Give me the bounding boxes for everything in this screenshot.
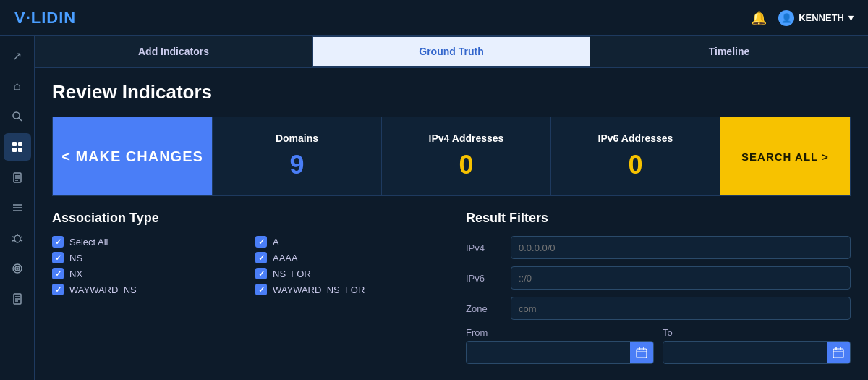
- sidebar-item-target[interactable]: [4, 255, 31, 282]
- domains-value: 9: [289, 150, 304, 180]
- from-date-input[interactable]: [467, 347, 630, 358]
- sidebar-item-home[interactable]: ⌂: [4, 72, 31, 100]
- checkbox-ns-for-label: NS_FOR: [273, 269, 311, 279]
- search-all-label: SEARCH ALL >: [741, 151, 829, 163]
- ipv4-filter-input[interactable]: [511, 236, 851, 259]
- checkbox-grid: Select All A NS AAAA: [52, 236, 437, 295]
- checkbox-ns[interactable]: NS: [52, 252, 234, 263]
- svg-rect-3: [18, 142, 22, 146]
- make-changes-button[interactable]: < MAKE CHANGES: [53, 117, 212, 195]
- sidebar-item-search[interactable]: [4, 103, 31, 130]
- sidebar-item-bug[interactable]: [4, 224, 31, 252]
- from-date-group: From: [466, 327, 654, 364]
- ipv6-card: IPv6 Addresses 0: [550, 117, 720, 195]
- user-name: KENNETH: [799, 12, 844, 23]
- content-area: Add Indicators Ground Truth Timeline Rev…: [35, 36, 868, 380]
- svg-rect-5: [18, 148, 22, 152]
- ipv4-card: IPv4 Addresses 0: [381, 117, 550, 195]
- svg-rect-26: [637, 349, 647, 358]
- checkbox-aaaa[interactable]: AAAA: [255, 252, 437, 263]
- tab-add-indicators[interactable]: Add Indicators: [35, 36, 312, 67]
- bottom-section: Association Type Select All A NS: [52, 211, 851, 364]
- checkbox-wayward-ns-box[interactable]: [52, 284, 64, 295]
- chevron-down-icon: ▾: [848, 12, 854, 23]
- calendar-icon: [636, 347, 647, 358]
- page-title: Review Indicators: [52, 81, 851, 104]
- sidebar-item-list[interactable]: [4, 194, 31, 221]
- checkbox-aaaa-label: AAAA: [273, 253, 298, 263]
- checkbox-a[interactable]: A: [255, 236, 437, 248]
- checkbox-select-all-box[interactable]: [52, 236, 64, 248]
- user-menu[interactable]: 👤 KENNETH ▾: [778, 10, 854, 26]
- checkbox-ns-for[interactable]: NS_FOR: [255, 268, 437, 279]
- zone-filter-label: Zone: [466, 303, 502, 314]
- from-calendar-button[interactable]: [630, 341, 653, 364]
- logo-v: V: [14, 9, 26, 27]
- stats-row: < MAKE CHANGES Domains 9 IPv4 Addresses …: [52, 117, 851, 196]
- zone-filter-row: Zone: [466, 297, 851, 320]
- tab-timeline[interactable]: Timeline: [590, 36, 868, 67]
- checkbox-wayward-ns[interactable]: WAYWARD_NS: [52, 284, 234, 295]
- association-type-title: Association Type: [52, 211, 437, 226]
- checkbox-aaaa-box[interactable]: [255, 252, 267, 263]
- domains-card: Domains 9: [212, 117, 381, 195]
- svg-line-15: [12, 237, 14, 237]
- checkbox-nx[interactable]: NX: [52, 268, 234, 279]
- navbar: V·LIDIN 🔔 👤 KENNETH ▾: [0, 0, 868, 36]
- svg-point-21: [17, 268, 18, 269]
- navbar-right: 🔔 👤 KENNETH ▾: [751, 10, 854, 26]
- to-calendar-button[interactable]: [827, 341, 850, 364]
- to-date-input[interactable]: [663, 347, 827, 358]
- search-all-button[interactable]: SEARCH ALL >: [720, 117, 850, 195]
- ipv4-filter-label: IPv4: [466, 242, 502, 253]
- zone-filter-input[interactable]: [511, 297, 851, 320]
- svg-rect-30: [833, 349, 843, 358]
- ipv6-value: 0: [628, 150, 642, 180]
- svg-line-17: [12, 240, 14, 241]
- sidebar-item-clipboard[interactable]: [4, 164, 31, 191]
- ipv6-filter-label: IPv6: [466, 273, 502, 284]
- checkbox-wayward-ns-for-label: WAYWARD_NS_FOR: [273, 284, 365, 295]
- to-date-input-wrap: [663, 341, 851, 364]
- logo-text: ·LIDIN: [26, 9, 77, 27]
- checkbox-nx-label: NX: [69, 269, 82, 279]
- checkbox-ns-box[interactable]: [52, 252, 64, 263]
- svg-point-13: [14, 235, 20, 242]
- checkbox-a-box[interactable]: [255, 236, 267, 248]
- ipv6-filter-row: IPv6: [466, 266, 851, 290]
- svg-rect-2: [12, 142, 17, 146]
- svg-line-1: [19, 118, 22, 121]
- sidebar-item-document[interactable]: [4, 285, 31, 313]
- tab-ground-truth[interactable]: Ground Truth: [312, 36, 590, 67]
- ipv4-addresses-label: IPv4 Addresses: [429, 132, 504, 144]
- checkbox-select-all-label: Select All: [69, 237, 108, 248]
- association-type-panel: Association Type Select All A NS: [52, 211, 437, 364]
- result-filters-title: Result Filters: [466, 211, 851, 226]
- checkbox-wayward-ns-for-box[interactable]: [255, 284, 267, 295]
- checkbox-a-label: A: [273, 237, 279, 248]
- make-changes-label: < MAKE CHANGES: [61, 148, 203, 165]
- svg-point-0: [13, 112, 20, 119]
- ipv4-value: 0: [459, 150, 473, 180]
- checkbox-nx-box[interactable]: [52, 268, 64, 279]
- ipv4-filter-row: IPv4: [466, 236, 851, 259]
- sidebar-item-expand[interactable]: ↗: [4, 42, 31, 69]
- checkbox-wayward-ns-for[interactable]: WAYWARD_NS_FOR: [255, 284, 437, 295]
- svg-rect-4: [12, 148, 17, 152]
- user-avatar-icon: 👤: [778, 10, 794, 26]
- app-logo: V·LIDIN: [14, 9, 76, 28]
- sidebar: ↗ ⌂: [0, 36, 35, 380]
- from-date-input-wrap: [466, 341, 654, 364]
- tab-bar: Add Indicators Ground Truth Timeline: [35, 36, 868, 68]
- ipv6-filter-input[interactable]: [511, 266, 851, 290]
- checkbox-select-all[interactable]: Select All: [52, 236, 234, 248]
- sidebar-item-grid[interactable]: [4, 133, 31, 161]
- bell-icon[interactable]: 🔔: [751, 10, 767, 26]
- checkbox-ns-for-box[interactable]: [255, 268, 267, 279]
- to-date-label: To: [663, 327, 851, 338]
- from-date-label: From: [466, 327, 654, 338]
- result-filters-panel: Result Filters IPv4 IPv6 Zone: [466, 211, 851, 364]
- svg-line-18: [20, 240, 22, 241]
- page-content: Review Indicators < MAKE CHANGES Domains…: [35, 68, 868, 380]
- domains-label: Domains: [276, 132, 318, 144]
